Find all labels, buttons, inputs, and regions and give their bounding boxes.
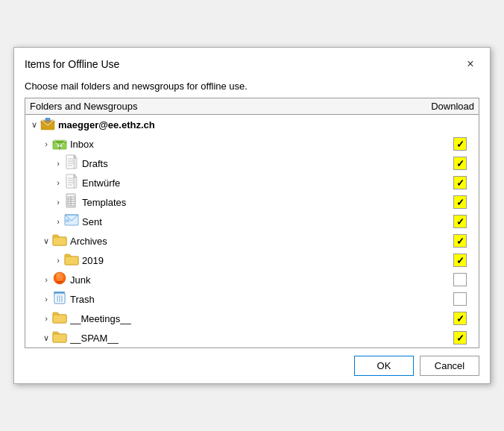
collapse-arrow-icon: › bbox=[40, 139, 52, 148]
checkbox-cell-drafts: ✓ bbox=[441, 157, 479, 170]
svg-rect-3 bbox=[45, 118, 50, 121]
tree-item-inbox[interactable]: › Inbox✓ bbox=[25, 134, 479, 154]
folder-label-templates: Templates bbox=[82, 197, 441, 208]
svg-rect-47 bbox=[53, 315, 66, 323]
folder-label-entwurfe: Entwürfe bbox=[82, 177, 441, 189]
tree-item-spam[interactable]: ∨ __SPAM__✓ bbox=[25, 328, 479, 347]
checkbox-spam[interactable]: ✓ bbox=[453, 331, 467, 345]
subtitle: Choose mail folders and newsgroups for o… bbox=[14, 78, 490, 98]
checkbox-archives[interactable]: ✓ bbox=[453, 234, 467, 248]
tree-item-archives[interactable]: ∨ Archives✓ bbox=[25, 231, 479, 251]
folder-list-body[interactable]: ∨ maegger@ee.ethz.ch› Inbox✓› bbox=[25, 115, 479, 347]
list-header: Folders and Newsgroups Download bbox=[25, 98, 479, 115]
tree-item-templates[interactable]: › Templates✓ bbox=[25, 192, 479, 212]
checkbox-cell-inbox: ✓ bbox=[441, 137, 479, 151]
checkbox-cell-meetings: ✓ bbox=[441, 312, 479, 325]
svg-point-39 bbox=[57, 273, 60, 277]
tree-item-2019[interactable]: › 2019✓ bbox=[25, 251, 479, 270]
folder-yellow-icon bbox=[52, 233, 67, 248]
tree-item-sent[interactable]: › Sent✓ bbox=[25, 212, 479, 231]
junk-icon bbox=[52, 272, 67, 287]
folder-list-container: Folders and Newsgroups Download ∨ maegge… bbox=[25, 98, 479, 348]
checkbox-entwurfe[interactable]: ✓ bbox=[453, 176, 467, 189]
checkbox-trash[interactable] bbox=[453, 292, 467, 306]
collapse-arrow-icon: › bbox=[40, 314, 52, 323]
checkbox-cell-templates: ✓ bbox=[441, 195, 479, 209]
trash-icon bbox=[52, 292, 67, 306]
tree-item-account[interactable]: ∨ maegger@ee.ethz.ch bbox=[25, 115, 479, 134]
title-bar: Items for Offline Use × bbox=[14, 48, 490, 78]
folder-label-spam: __SPAM__ bbox=[70, 333, 441, 344]
collapse-arrow-icon: ∨ bbox=[40, 236, 52, 246]
folder-label-junk: Junk bbox=[70, 274, 441, 286]
folder-label-inbox: Inbox bbox=[70, 139, 441, 150]
folder-label-archives: Archives bbox=[70, 236, 441, 247]
templates-icon bbox=[64, 195, 79, 210]
checkbox-cell-trash bbox=[441, 292, 479, 306]
checkbox-cell-2019: ✓ bbox=[441, 254, 479, 267]
dialog-title: Items for Offline Use bbox=[25, 58, 119, 70]
checkbox-cell-spam: ✓ bbox=[441, 331, 479, 345]
svg-rect-34 bbox=[66, 219, 69, 222]
folder-label-sent: Sent bbox=[82, 216, 441, 227]
checkbox-cell-sent: ✓ bbox=[441, 215, 479, 228]
checkbox-junk[interactable] bbox=[453, 273, 467, 286]
folder-yellow-icon bbox=[64, 253, 79, 268]
checkbox-cell-entwurfe: ✓ bbox=[441, 176, 479, 189]
svg-rect-36 bbox=[65, 257, 78, 265]
checkbox-cell-junk bbox=[441, 273, 479, 286]
folder-label-account: maegger@ee.ethz.ch bbox=[58, 119, 441, 130]
collapse-arrow-icon: › bbox=[52, 217, 64, 226]
close-button[interactable]: × bbox=[462, 55, 479, 73]
checkbox-cell-archives: ✓ bbox=[441, 234, 479, 248]
collapse-arrow-icon: ∨ bbox=[28, 120, 40, 130]
checkbox-2019[interactable]: ✓ bbox=[453, 254, 467, 267]
folders-header: Folders and Newsgroups bbox=[30, 101, 138, 112]
cancel-button[interactable]: Cancel bbox=[420, 356, 479, 376]
checkbox-drafts[interactable]: ✓ bbox=[453, 157, 467, 170]
draft-icon bbox=[64, 156, 79, 171]
collapse-arrow-icon: › bbox=[40, 295, 52, 303]
collapse-arrow-icon: ∨ bbox=[40, 333, 52, 343]
ok-button[interactable]: OK bbox=[354, 356, 414, 376]
svg-point-38 bbox=[56, 272, 63, 281]
svg-rect-46 bbox=[54, 293, 65, 295]
collapse-arrow-icon: › bbox=[52, 178, 64, 187]
inbox-icon bbox=[52, 136, 67, 151]
collapse-arrow-icon: › bbox=[52, 159, 64, 168]
folder-yellow-icon bbox=[52, 330, 67, 345]
tree-item-trash[interactable]: › Trash bbox=[25, 289, 479, 309]
draft-icon bbox=[64, 175, 79, 190]
svg-rect-35 bbox=[53, 237, 66, 245]
collapse-arrow-icon: › bbox=[52, 198, 64, 207]
tree-item-entwurfe[interactable]: › Entwürfe✓ bbox=[25, 173, 479, 192]
folder-label-trash: Trash bbox=[70, 294, 441, 305]
folder-label-drafts: Drafts bbox=[82, 158, 441, 169]
sent-icon bbox=[64, 214, 79, 229]
tree-item-junk[interactable]: › Junk bbox=[25, 270, 479, 289]
footer: OK Cancel bbox=[14, 348, 490, 383]
collapse-arrow-icon: › bbox=[52, 256, 64, 265]
folder-label-2019: 2019 bbox=[82, 255, 441, 266]
folder-yellow-icon bbox=[52, 311, 67, 326]
dialog: Items for Offline Use × Choose mail fold… bbox=[13, 47, 491, 384]
collapse-arrow-icon: › bbox=[40, 275, 52, 284]
checkbox-meetings[interactable]: ✓ bbox=[453, 312, 467, 325]
svg-rect-48 bbox=[53, 334, 66, 342]
tree-item-meetings[interactable]: › __Meetings__✓ bbox=[25, 309, 479, 328]
folder-label-meetings: __Meetings__ bbox=[70, 313, 441, 324]
checkbox-templates[interactable]: ✓ bbox=[453, 195, 467, 209]
download-header: Download bbox=[431, 101, 474, 112]
account-icon bbox=[40, 117, 55, 132]
tree-item-drafts[interactable]: › Drafts✓ bbox=[25, 154, 479, 173]
checkbox-sent[interactable]: ✓ bbox=[453, 215, 467, 228]
checkbox-inbox[interactable]: ✓ bbox=[453, 137, 467, 151]
